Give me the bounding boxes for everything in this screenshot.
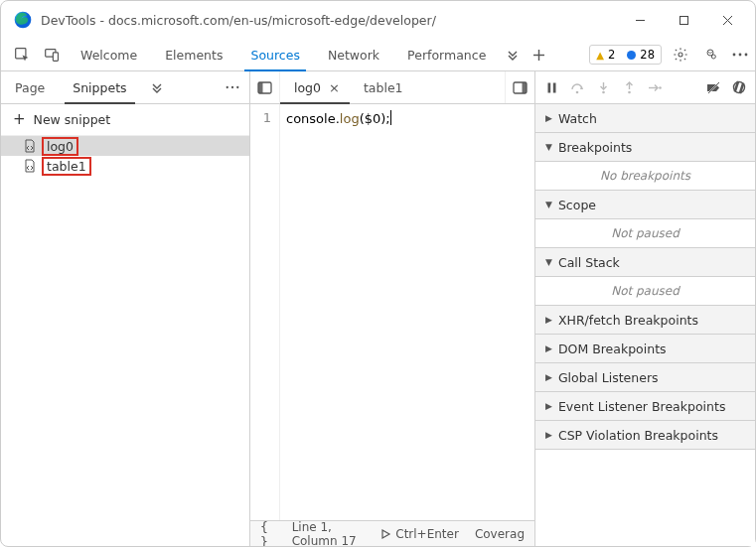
maximize-button[interactable] — [662, 5, 705, 35]
main-tabstrip: Welcome Elements Sources Network Perform… — [1, 39, 755, 71]
section-event[interactable]: ▶Event Listener Breakpoints — [535, 392, 755, 421]
callstack-body: Not paused — [535, 277, 755, 306]
cursor-position: Line 1, Column 17 — [292, 520, 365, 546]
tab-network[interactable]: Network — [314, 39, 393, 70]
snippet-name: log0 — [42, 137, 78, 156]
navtab-overflow-icon[interactable] — [141, 71, 173, 103]
editor-tab-label: table1 — [364, 80, 403, 95]
section-breakpoints[interactable]: ▼Breakpoints — [535, 133, 755, 162]
new-snippet-button[interactable]: + New snippet — [1, 104, 249, 136]
svg-rect-36 — [739, 82, 745, 93]
pause-on-exceptions-icon[interactable] — [727, 75, 751, 99]
editor-tab-label: log0 — [294, 80, 321, 95]
tab-welcome[interactable]: Welcome — [67, 39, 151, 70]
snippet-list: log0 table1 — [1, 136, 249, 546]
settings-icon[interactable] — [666, 39, 695, 70]
svg-point-17 — [231, 86, 233, 88]
editor-tab-table1[interactable]: table1 — [350, 71, 413, 103]
chevron-down-icon: ▼ — [545, 142, 552, 152]
more-icon[interactable] — [725, 39, 755, 70]
editor-tabs: log0 × table1 — [250, 71, 534, 104]
section-csp[interactable]: ▶CSP Violation Breakpoints — [535, 421, 755, 450]
chevron-right-icon: ▶ — [545, 343, 552, 353]
chevron-right-icon: ▶ — [545, 113, 552, 123]
debugger-panel: ▶Watch ▼Breakpoints No breakpoints ▼Scop… — [534, 71, 755, 546]
feedback-icon[interactable] — [695, 39, 725, 70]
device-toggle-icon[interactable] — [37, 39, 67, 70]
svg-rect-2 — [680, 16, 687, 24]
code-text[interactable]: console.log($0); — [280, 104, 534, 520]
chevron-right-icon: ▶ — [545, 372, 552, 382]
svg-point-14 — [739, 54, 742, 57]
warning-icon: ▲ — [596, 50, 604, 61]
minimize-button[interactable] — [618, 5, 662, 35]
section-callstack[interactable]: ▼Call Stack — [535, 248, 755, 277]
breakpoints-body: No breakpoints — [535, 162, 755, 191]
navigator-more-icon[interactable] — [216, 71, 249, 103]
close-button[interactable] — [705, 5, 749, 35]
section-scope[interactable]: ▼Scope — [535, 191, 755, 219]
tab-sources[interactable]: Sources — [236, 39, 313, 70]
snippet-item-table1[interactable]: table1 — [1, 156, 249, 176]
close-tab-icon[interactable]: × — [329, 80, 340, 95]
code-editor[interactable]: 1 console.log($0); — [250, 104, 534, 520]
svg-point-12 — [711, 55, 715, 59]
snippet-file-icon — [23, 159, 37, 173]
info-count: 28 — [640, 48, 655, 62]
play-icon — [379, 528, 391, 540]
info-icon — [627, 51, 636, 60]
navtab-page[interactable]: Page — [1, 71, 59, 103]
chevron-right-icon: ▶ — [545, 315, 552, 325]
snippet-name: table1 — [42, 157, 91, 176]
svg-point-25 — [575, 90, 578, 93]
editor-statusbar: { } Line 1, Column 17 Ctrl+Enter Coverag — [250, 520, 534, 546]
svg-rect-24 — [552, 82, 555, 92]
pretty-print-icon[interactable]: { } — [260, 520, 276, 546]
section-dom[interactable]: ▶DOM Breakpoints — [535, 335, 755, 363]
text-cursor — [390, 110, 391, 125]
titlebar: DevTools - docs.microsoft.com/en-us/micr… — [1, 1, 755, 39]
svg-point-16 — [227, 86, 228, 88]
section-global[interactable]: ▶Global Listeners — [535, 363, 755, 392]
tab-elements[interactable]: Elements — [151, 39, 236, 70]
svg-point-10 — [679, 53, 682, 57]
inspect-element-icon[interactable] — [7, 39, 37, 70]
coverage-button[interactable]: Coverag — [475, 527, 525, 541]
scope-body: Not paused — [535, 219, 755, 248]
svg-rect-35 — [733, 81, 739, 92]
svg-rect-7 — [53, 52, 58, 61]
svg-rect-23 — [547, 82, 550, 92]
snippet-item-log0[interactable]: log0 — [1, 136, 249, 156]
editor-tab-log0[interactable]: log0 × — [280, 71, 350, 103]
svg-point-13 — [733, 54, 736, 57]
section-watch[interactable]: ▶Watch — [535, 104, 755, 133]
tab-performance[interactable]: Performance — [393, 39, 500, 70]
line-gutter: 1 — [250, 104, 280, 520]
navigator-tabs: Page Snippets — [1, 71, 249, 104]
deactivate-breakpoints-icon[interactable] — [701, 75, 725, 99]
step-over-icon[interactable] — [565, 75, 589, 99]
pause-icon[interactable] — [539, 75, 563, 99]
devtools-window: DevTools - docs.microsoft.com/en-us/micr… — [0, 0, 756, 547]
issues-badge[interactable]: ▲2 28 — [589, 45, 662, 65]
new-tab-icon[interactable] — [526, 39, 551, 70]
chevron-right-icon: ▶ — [545, 430, 552, 440]
window-title: DevTools - docs.microsoft.com/en-us/micr… — [41, 13, 618, 28]
step-out-icon[interactable] — [617, 75, 641, 99]
chevron-right-icon: ▶ — [545, 401, 552, 411]
step-icon[interactable] — [643, 75, 667, 99]
tabs-overflow-icon[interactable] — [500, 39, 526, 70]
step-into-icon[interactable] — [591, 75, 615, 99]
show-debugger-icon[interactable] — [505, 71, 534, 103]
navigator-panel: Page Snippets + New snippet log0 table1 — [1, 71, 250, 546]
debugger-toolbar — [535, 71, 755, 104]
navtab-snippets[interactable]: Snippets — [59, 71, 140, 103]
editor-panel: log0 × table1 1 console.log($0); { } Lin… — [250, 71, 534, 546]
run-snippet-button[interactable]: Ctrl+Enter — [379, 527, 459, 541]
svg-point-18 — [236, 86, 238, 88]
new-snippet-label: New snippet — [34, 112, 111, 127]
show-navigator-icon[interactable] — [250, 71, 280, 103]
svg-rect-22 — [523, 82, 528, 93]
svg-point-27 — [602, 90, 605, 93]
section-xhr[interactable]: ▶XHR/fetch Breakpoints — [535, 306, 755, 335]
